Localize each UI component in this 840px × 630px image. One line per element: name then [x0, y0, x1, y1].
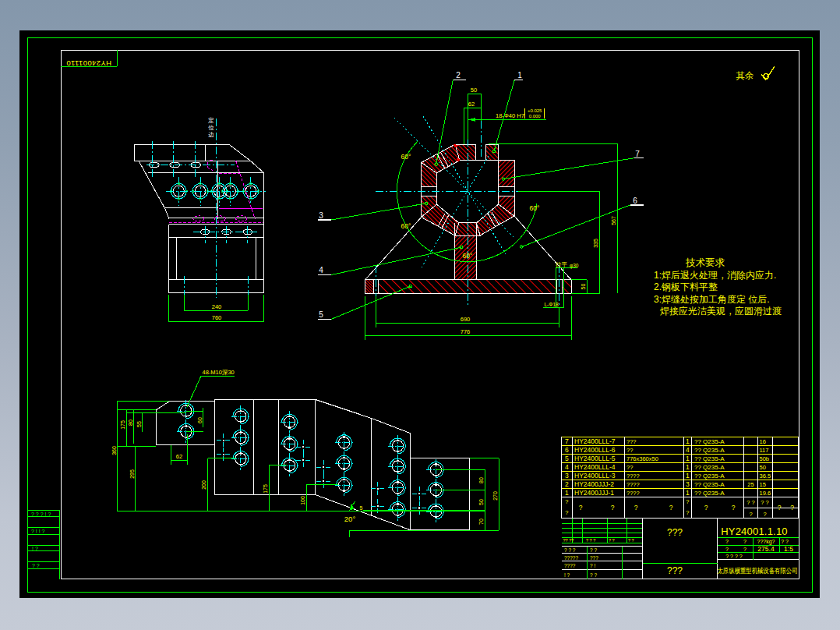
svg-text:? ? ? ?: ? ? ? ?: [725, 554, 743, 559]
svg-text:270: 270: [492, 491, 498, 501]
svg-text:?? Q235-A: ?? Q235-A: [694, 472, 725, 480]
svg-text:6: 6: [565, 446, 569, 454]
svg-text:1: 1: [517, 71, 522, 80]
svg-text:?: ?: [790, 504, 794, 511]
svg-text:48-M10深30: 48-M10深30: [203, 369, 235, 376]
svg-text:?: ?: [579, 504, 583, 511]
svg-text:????: ????: [626, 490, 640, 497]
svg-text:1:焊后退火处理，消除内应力.: 1:焊后退火处理，消除内应力.: [654, 270, 776, 281]
svg-text:760: 760: [212, 314, 222, 321]
svg-text:15: 15: [760, 481, 766, 488]
svg-text:HY2400LLL-5: HY2400LLL-5: [574, 455, 616, 462]
svg-text:????: ????: [564, 563, 576, 568]
svg-text:?: ?: [725, 539, 729, 544]
svg-text:5: 5: [319, 310, 323, 319]
svg-text:?: ?: [743, 547, 746, 552]
svg-text:? ?: ? ?: [32, 563, 40, 568]
svg-text:4: 4: [686, 446, 690, 454]
svg-text:16: 16: [760, 438, 766, 445]
svg-text:25: 25: [747, 481, 754, 488]
svg-text:????: ????: [626, 472, 640, 480]
svg-text:7: 7: [565, 437, 569, 445]
svg-text:? ? ?: ? ? ?: [586, 538, 595, 543]
svg-text:18-Φ40 H7: 18-Φ40 H7: [496, 112, 524, 119]
svg-text:?? Q235-A: ?? Q235-A: [694, 438, 725, 445]
svg-text:50: 50: [478, 499, 484, 505]
svg-text:?????: ?????: [564, 555, 578, 561]
svg-text:技术要求: 技术要求: [685, 257, 725, 268]
svg-text:60°: 60°: [530, 204, 540, 212]
svg-text:1: 1: [686, 437, 690, 445]
svg-text:62: 62: [468, 101, 475, 108]
svg-text:? ?: ? ?: [609, 538, 615, 543]
svg-text:?: ?: [749, 511, 752, 518]
svg-text:1: 1: [686, 472, 690, 480]
svg-text:HY2400LLL-3: HY2400LLL-3: [574, 472, 616, 480]
svg-text:? ? ?: ? ? ?: [564, 547, 576, 553]
svg-text:焊接应光洁美观，应圆滑过渡: 焊接应光洁美观，应圆滑过渡: [660, 306, 782, 317]
svg-text:?: ?: [565, 509, 568, 516]
svg-text:80: 80: [128, 419, 133, 426]
svg-text:60°: 60°: [463, 252, 473, 260]
svg-text:HY2400LLL-6: HY2400LLL-6: [574, 446, 616, 454]
svg-text:! ?: ! ?: [564, 572, 570, 578]
svg-text:? ? ? ! ?: ? ? ? ! ?: [31, 511, 51, 517]
svg-text:2: 2: [456, 71, 461, 80]
svg-text:定: 定: [207, 117, 214, 124]
svg-text:1:5: 1:5: [784, 545, 793, 553]
svg-text:776x360x50: 776x360x50: [626, 455, 658, 462]
svg-text:?: ?: [634, 504, 638, 511]
svg-text:?? Q235-A: ?? Q235-A: [694, 490, 725, 497]
svg-text:175: 175: [263, 484, 268, 494]
svg-text:? ?: ? ?: [761, 499, 768, 506]
svg-text:60°: 60°: [401, 222, 411, 230]
svg-text:?: ?: [778, 504, 782, 511]
svg-text:+0.025: +0.025: [528, 108, 542, 113]
svg-text:L-Φ18: L-Φ18: [545, 302, 559, 307]
svg-text:? ?: ? ?: [590, 547, 597, 553]
svg-text:? ?: ? ?: [781, 539, 789, 544]
svg-text:???: ???: [590, 555, 598, 561]
svg-text:?: ?: [763, 511, 766, 518]
svg-text:! ?: ! ?: [32, 546, 38, 551]
svg-text:?: ?: [686, 498, 689, 505]
svg-text:?: ?: [565, 498, 568, 505]
svg-text:2: 2: [565, 480, 569, 488]
svg-text:????: ????: [626, 481, 640, 488]
svg-text:??: ??: [626, 464, 633, 471]
svg-text:275.4: 275.4: [757, 545, 775, 553]
svg-text:?: ?: [743, 539, 746, 544]
svg-text:?? ??: ?? ??: [563, 538, 574, 543]
svg-text:80: 80: [478, 477, 484, 483]
svg-text:50: 50: [760, 464, 766, 471]
svg-text:1: 1: [565, 489, 569, 497]
svg-text:50: 50: [471, 87, 477, 94]
svg-text:335: 335: [593, 239, 598, 248]
svg-text:边: 边: [208, 131, 214, 138]
svg-text:?: ?: [732, 504, 736, 511]
svg-text:? ?: ? ?: [628, 538, 634, 543]
svg-text:???kg?: ???kg?: [757, 539, 775, 545]
svg-text:100: 100: [300, 496, 305, 505]
svg-text:567: 567: [611, 216, 616, 225]
svg-text:60°: 60°: [401, 153, 411, 161]
svg-text:295: 295: [129, 469, 135, 479]
svg-text:50: 50: [581, 284, 586, 290]
svg-text:? ! ! ?: ? ! ! ?: [31, 529, 45, 534]
svg-text:其余: 其余: [736, 71, 754, 80]
svg-text:?? Q235-A: ?? Q235-A: [694, 464, 725, 471]
svg-text:360: 360: [111, 446, 117, 455]
svg-text:太原纵横重型机械设备有限公司: 太原纵横重型机械设备有限公司: [718, 567, 798, 575]
svg-text:20°: 20°: [344, 515, 356, 523]
svg-text:3: 3: [686, 480, 690, 488]
svg-text:36.5: 36.5: [760, 472, 771, 480]
svg-text:117: 117: [760, 447, 769, 454]
svg-text:?: ?: [669, 504, 673, 511]
svg-text:? ?: ? ?: [746, 499, 754, 506]
svg-text:19.6: 19.6: [760, 490, 771, 497]
svg-text:???: ???: [667, 565, 683, 576]
svg-text:?: ?: [611, 504, 615, 511]
svg-text:HY2400JJJ-2: HY2400JJJ-2: [574, 480, 614, 488]
svg-text:1: 1: [686, 463, 690, 471]
svg-text:拉平: 拉平: [555, 261, 568, 268]
